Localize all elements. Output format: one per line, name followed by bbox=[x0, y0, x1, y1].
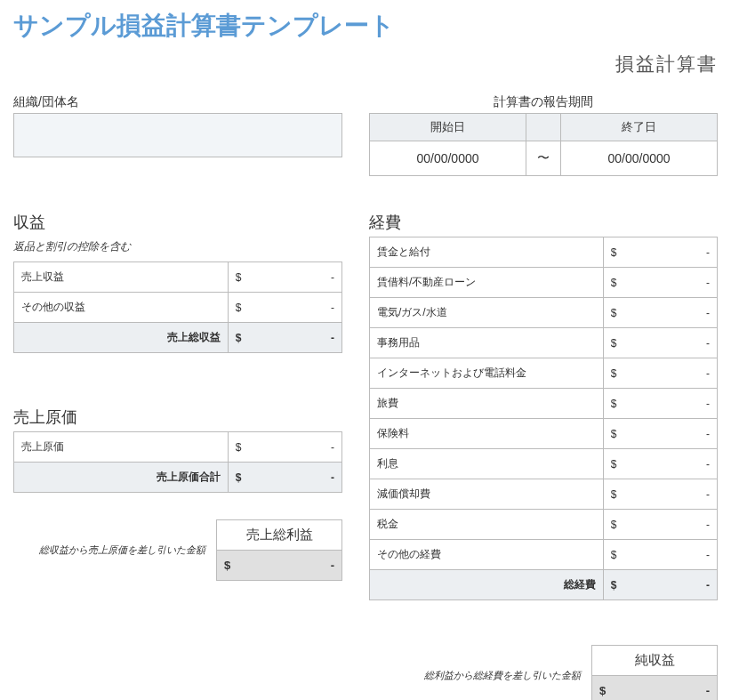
expense-row-label: 電気/ガス/水道 bbox=[370, 298, 604, 328]
expense-row-value[interactable]: - bbox=[624, 540, 718, 570]
expense-row-value[interactable]: - bbox=[624, 237, 718, 268]
expense-row-value[interactable]: - bbox=[624, 298, 718, 328]
currency: $ bbox=[228, 463, 248, 493]
main-title: サンプル損益計算書テンプレート bbox=[13, 9, 718, 43]
expenses-total-label: 総経費 bbox=[370, 570, 604, 600]
table-row: 売上収益 $ - bbox=[14, 262, 342, 293]
expense-row-label: 減価償却費 bbox=[370, 479, 604, 510]
expense-row-value[interactable]: - bbox=[624, 419, 718, 449]
period-start-label: 開始日 bbox=[370, 114, 526, 141]
table-row: インターネットおよび電話料金$- bbox=[370, 358, 718, 389]
table-row: その他の収益 $ - bbox=[14, 293, 342, 323]
net-income-header: 純収益 bbox=[592, 646, 718, 676]
subtitle: 損益計算書 bbox=[13, 52, 718, 76]
expense-row-value[interactable]: - bbox=[624, 328, 718, 358]
currency: $ bbox=[228, 432, 248, 463]
expense-row-label: 税金 bbox=[370, 510, 604, 540]
cogs-row-value[interactable]: - bbox=[249, 432, 342, 463]
gross-profit-value: - bbox=[237, 551, 341, 581]
table-row: 賃借料/不動産ローン$- bbox=[370, 268, 718, 298]
currency: $ bbox=[592, 676, 614, 701]
currency: $ bbox=[603, 419, 623, 449]
currency: $ bbox=[603, 298, 623, 328]
period-header: 計算書の報告期間 bbox=[369, 94, 718, 110]
currency: $ bbox=[603, 510, 623, 540]
expense-row-value[interactable]: - bbox=[624, 389, 718, 419]
expense-row-label: 利息 bbox=[370, 449, 604, 479]
expense-row-value[interactable]: - bbox=[624, 510, 718, 540]
currency: $ bbox=[603, 570, 623, 600]
currency: $ bbox=[603, 268, 623, 298]
expenses-total-value: - bbox=[624, 570, 718, 600]
revenue-row-label: 売上収益 bbox=[14, 262, 229, 293]
expenses-total-row: 総経費 $ - bbox=[370, 570, 718, 600]
currency: $ bbox=[603, 358, 623, 389]
org-label: 組織/団体名 bbox=[13, 94, 342, 110]
gross-profit-header: 売上総利益 bbox=[217, 520, 342, 551]
currency: $ bbox=[603, 389, 623, 419]
table-row: 減価償却費$- bbox=[370, 479, 718, 510]
table-row: 賃金と給付$- bbox=[370, 237, 718, 268]
expenses-heading: 経費 bbox=[369, 212, 718, 233]
revenue-row-label: その他の収益 bbox=[14, 293, 229, 323]
net-income-value: - bbox=[613, 676, 717, 701]
revenue-heading: 収益 bbox=[13, 212, 342, 233]
revenue-note: 返品と割引の控除を含む bbox=[13, 235, 342, 259]
period-end-label: 終了日 bbox=[561, 114, 718, 141]
expense-row-label: 保険料 bbox=[370, 419, 604, 449]
period-separator: 〜 bbox=[526, 141, 560, 176]
net-income-box: 純収益 $ - bbox=[591, 645, 718, 700]
table-row: その他の経費$- bbox=[370, 540, 718, 570]
cogs-total-value: - bbox=[249, 463, 342, 493]
table-row: 利息$- bbox=[370, 449, 718, 479]
gross-profit-note: 総収益から売上原価を差し引いた金額 bbox=[13, 543, 211, 557]
expense-row-value[interactable]: - bbox=[624, 268, 718, 298]
table-row: 税金$- bbox=[370, 510, 718, 540]
revenue-total-label: 売上総収益 bbox=[14, 323, 229, 353]
table-row: 旅費$- bbox=[370, 389, 718, 419]
currency: $ bbox=[217, 551, 238, 581]
org-input[interactable] bbox=[13, 113, 342, 157]
expense-row-label: 賃金と給付 bbox=[370, 237, 604, 268]
revenue-row-value[interactable]: - bbox=[249, 262, 342, 293]
revenue-total-row: 売上総収益 $ - bbox=[14, 323, 342, 353]
gross-profit-box: 売上総利益 $ - bbox=[216, 519, 342, 581]
expense-row-label: インターネットおよび電話料金 bbox=[370, 358, 604, 389]
cogs-row-label: 売上原価 bbox=[14, 432, 229, 463]
cogs-heading: 売上原価 bbox=[13, 406, 342, 428]
cogs-total-label: 売上原価合計 bbox=[14, 463, 229, 493]
table-row: 保険料$- bbox=[370, 419, 718, 449]
net-income-note: 総利益から総経費を差し引いた金額 bbox=[369, 669, 586, 682]
currency: $ bbox=[603, 237, 623, 268]
expenses-table: 賃金と給付$- 賃借料/不動産ローン$- 電気/ガス/水道$- 事務用品$- イ… bbox=[369, 237, 718, 600]
currency: $ bbox=[603, 328, 623, 358]
table-row: 電気/ガス/水道$- bbox=[370, 298, 718, 328]
expense-row-label: 事務用品 bbox=[370, 328, 604, 358]
expense-row-label: 賃借料/不動産ローン bbox=[370, 268, 604, 298]
period-table: 開始日 終了日 00/00/0000 〜 00/00/0000 bbox=[369, 113, 718, 176]
period-start-value[interactable]: 00/00/0000 bbox=[370, 141, 526, 176]
currency: $ bbox=[228, 262, 248, 293]
expense-row-value[interactable]: - bbox=[624, 358, 718, 389]
expense-row-value[interactable]: - bbox=[624, 479, 718, 510]
table-row: 事務用品$- bbox=[370, 328, 718, 358]
currency: $ bbox=[603, 449, 623, 479]
expense-row-label: その他の経費 bbox=[370, 540, 604, 570]
expense-row-value[interactable]: - bbox=[624, 449, 718, 479]
cogs-total-row: 売上原価合計 $ - bbox=[14, 463, 342, 493]
currency: $ bbox=[228, 323, 248, 353]
cogs-table: 売上原価 $ - 売上原価合計 $ - bbox=[13, 431, 342, 493]
table-row: 売上原価 $ - bbox=[14, 432, 342, 463]
currency: $ bbox=[228, 293, 248, 323]
expense-row-label: 旅費 bbox=[370, 389, 604, 419]
revenue-total-value: - bbox=[249, 323, 342, 353]
revenue-table: 売上収益 $ - その他の収益 $ - 売上総収益 $ - bbox=[13, 261, 342, 353]
currency: $ bbox=[603, 540, 623, 570]
currency: $ bbox=[603, 479, 623, 510]
period-end-value[interactable]: 00/00/0000 bbox=[561, 141, 718, 176]
revenue-row-value[interactable]: - bbox=[249, 293, 342, 323]
